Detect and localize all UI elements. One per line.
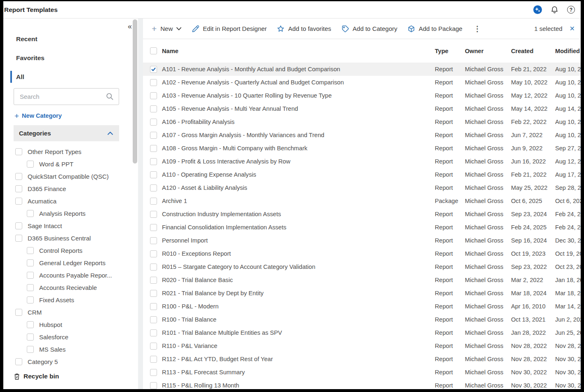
table-row[interactable]: R100 - Trial Balance Report Michael Gros… — [143, 313, 581, 326]
overflow-menu-icon[interactable]: ⋮ — [474, 24, 481, 33]
row-checkbox[interactable] — [150, 382, 157, 389]
ai-assistant-icon[interactable] — [533, 5, 542, 14]
table-row[interactable]: R112 - P&L Act YTD, Budget Rest of Year … — [143, 352, 581, 366]
category-item[interactable]: General Ledger Reports — [3, 257, 138, 269]
table-row[interactable]: R101 - Trial Balance Multiple Entities a… — [143, 326, 581, 339]
categories-header[interactable]: Categories — [14, 125, 119, 141]
row-checkbox[interactable] — [150, 198, 157, 205]
category-checkbox[interactable] — [27, 284, 34, 291]
row-checkbox[interactable] — [150, 158, 157, 165]
table-row[interactable]: Construction Industry Implementation Ass… — [143, 208, 581, 221]
row-checkbox[interactable] — [150, 277, 157, 284]
category-item[interactable]: Accounts Recievable — [3, 281, 138, 294]
category-item[interactable]: Salesforce — [3, 331, 138, 343]
table-row[interactable]: R021 - Trial Balance by Dept by Entity R… — [143, 287, 581, 300]
table-row[interactable]: Financial Consolidation Implementation A… — [143, 221, 581, 234]
add-to-category-button[interactable]: Add to Category — [342, 25, 397, 33]
table-row[interactable]: R010 - Exceptions Report Report Michael … — [143, 247, 581, 260]
category-item[interactable]: Other Report Types — [3, 145, 138, 158]
table-row[interactable]: A110 - Operating Expense Analysis Report… — [143, 168, 581, 181]
category-checkbox[interactable] — [27, 321, 34, 328]
new-button[interactable]: + New — [152, 24, 181, 33]
category-item[interactable]: Analysis Reports — [3, 207, 138, 219]
sidebar-nav-item[interactable]: Recent — [3, 30, 138, 49]
table-row[interactable]: R115 - P&L Rolling 13 Month Report Micha… — [143, 379, 581, 389]
row-checkbox[interactable] — [150, 171, 157, 178]
row-checkbox[interactable] — [150, 119, 157, 126]
row-checkbox[interactable] — [150, 316, 157, 323]
category-checkbox[interactable] — [27, 161, 34, 168]
table-row[interactable]: A102 - Revenue Analysis - Quarterly Actu… — [143, 76, 581, 89]
new-category-button[interactable]: + New Category — [14, 112, 138, 120]
row-checkbox[interactable] — [150, 66, 157, 73]
notifications-bell-icon[interactable] — [551, 6, 558, 14]
row-checkbox[interactable] — [150, 211, 157, 218]
category-checkbox[interactable] — [15, 198, 22, 205]
category-checkbox[interactable] — [15, 309, 22, 316]
category-item[interactable]: Acumatica — [3, 195, 138, 207]
recycle-bin-button[interactable]: Recycle bin — [14, 370, 138, 383]
row-checkbox[interactable] — [150, 237, 157, 244]
edit-in-designer-button[interactable]: Edit in Report Designer — [192, 25, 267, 33]
category-item[interactable]: Fixed Assets — [3, 294, 138, 306]
column-header-created[interactable]: Created — [511, 48, 555, 54]
column-header-name[interactable]: Name — [162, 48, 435, 54]
category-item[interactable]: Sage Intacct — [3, 219, 138, 232]
row-checkbox[interactable] — [150, 132, 157, 139]
table-row[interactable]: A120 - Asset & Liability Analysis Report… — [143, 181, 581, 194]
table-row[interactable]: R020 - Trial Balance Basic Report Michae… — [143, 273, 581, 287]
category-checkbox[interactable] — [27, 247, 34, 254]
row-checkbox[interactable] — [150, 290, 157, 297]
search-input[interactable] — [20, 93, 106, 100]
category-checkbox[interactable] — [27, 334, 34, 341]
category-checkbox[interactable] — [15, 185, 22, 192]
category-checkbox[interactable] — [15, 358, 22, 365]
collapse-sidebar-icon[interactable]: « — [128, 23, 132, 30]
table-row[interactable]: A105 - Revenue Analysis - Multi Year Ann… — [143, 102, 581, 115]
category-checkbox[interactable] — [15, 235, 22, 242]
row-checkbox[interactable] — [150, 303, 157, 310]
category-checkbox[interactable] — [15, 148, 22, 155]
table-row[interactable]: R100 - P&L - Modern Report Michael Gross… — [143, 300, 581, 313]
sidebar-nav-item[interactable]: All — [3, 68, 138, 86]
category-checkbox[interactable] — [27, 259, 34, 266]
category-item[interactable]: Control Reports — [3, 244, 138, 257]
select-all-checkbox[interactable] — [150, 47, 157, 54]
table-row[interactable]: A108 - Gross Margin - Multi Company with… — [143, 142, 581, 155]
row-checkbox[interactable] — [150, 184, 157, 191]
category-checkbox[interactable] — [27, 272, 34, 279]
row-checkbox[interactable] — [150, 264, 157, 271]
category-item[interactable]: MS Sales — [3, 343, 138, 355]
clear-selection-icon[interactable]: ✕ — [570, 25, 575, 33]
category-item[interactable]: Category 5 — [3, 355, 138, 368]
row-checkbox[interactable] — [150, 369, 157, 376]
row-checkbox[interactable] — [150, 105, 157, 112]
table-row[interactable]: A101 - Revenue Analysis - Monthly Actual… — [143, 63, 581, 76]
sidebar-nav-item[interactable]: Favorites — [3, 49, 138, 68]
table-row[interactable]: A103 - Revenue Analysis - 10 Quarter Rol… — [143, 89, 581, 102]
row-checkbox[interactable] — [150, 92, 157, 99]
add-to-favorites-button[interactable]: Add to favorites — [277, 25, 331, 33]
category-checkbox[interactable] — [15, 222, 22, 229]
table-row[interactable]: Personnel Import Report Michael Gross Se… — [143, 234, 581, 247]
row-checkbox[interactable] — [150, 79, 157, 86]
table-row[interactable]: R113 - P&L Forecast Summary Report Micha… — [143, 366, 581, 379]
category-checkbox[interactable] — [27, 296, 34, 303]
category-checkbox[interactable] — [27, 346, 34, 353]
table-row[interactable]: R110 - P&L Variance Report Michael Gross… — [143, 339, 581, 352]
category-item[interactable]: CRM — [3, 306, 138, 318]
table-row[interactable]: Archive 1 Package Michael Gross Oct 6, 2… — [143, 194, 581, 208]
row-checkbox[interactable] — [150, 343, 157, 350]
category-checkbox[interactable] — [15, 173, 22, 180]
row-checkbox[interactable] — [150, 224, 157, 231]
table-row[interactable]: R015 – Stargate Category to Account Cate… — [143, 260, 581, 273]
row-checkbox[interactable] — [150, 145, 157, 152]
column-header-type[interactable]: Type — [435, 48, 465, 54]
column-header-owner[interactable]: Owner — [465, 48, 511, 54]
category-item[interactable]: Hubspot — [3, 318, 138, 331]
category-item[interactable]: D365 Finance — [3, 182, 138, 195]
category-item[interactable]: QuickStart Compatible (QSC) — [3, 170, 138, 182]
category-checkbox[interactable] — [27, 210, 34, 217]
add-to-package-button[interactable]: Add to Package — [408, 25, 462, 33]
category-item[interactable]: Word & PPT — [3, 158, 138, 170]
